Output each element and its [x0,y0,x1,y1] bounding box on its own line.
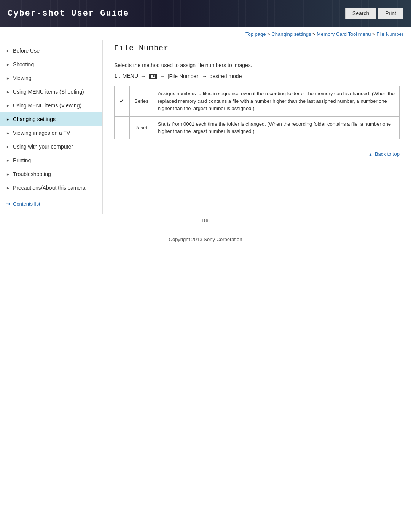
breadcrumb-memory-card-tool[interactable]: Memory Card Tool menu [317,31,371,37]
arrow-icon: ► [6,76,10,80]
breadcrumb-sep3: > [372,31,376,37]
table-row-series: ✓ Series Assigns numbers to files in seq… [115,86,400,117]
reset-description: Starts from 0001 each time the folder is… [153,116,399,139]
instruction-text: 1．MENU → ▮1 → [File Number] → desired mo… [114,73,400,80]
header-buttons: Search Print [345,8,403,19]
check-icon-cell: ✓ [115,86,130,117]
instruction-mode: desired mode [210,73,242,79]
series-description: Assigns numbers to files in sequence eve… [153,86,399,117]
sidebar-item-label: Troubleshooting [13,171,51,177]
breadcrumb-sep2: > [312,31,317,37]
sidebar-item-viewing-tv[interactable]: ► Viewing images on a TV [0,126,102,140]
main-layout: ► Before Use ► Shooting ► Viewing ► Usin… [0,40,411,214]
contents-list-link[interactable]: ➔ Contents list [0,197,102,211]
instruction-file-number: [File Number] [168,73,200,79]
arrow-icon: ► [6,62,10,67]
breadcrumb-file-number[interactable]: File Number [376,31,403,37]
sidebar-item-label: Viewing [13,75,32,81]
sidebar-item-label: Viewing images on a TV [13,130,70,136]
sidebar-item-changing-settings[interactable]: ► Changing settings [0,112,102,126]
sidebar-item-printing[interactable]: ► Printing [0,153,102,167]
sidebar-item-shooting[interactable]: ► Shooting [0,58,102,71]
empty-check-cell [115,116,130,139]
page-header: Cyber-shot User Guide Search Print [0,0,411,27]
page-number: 188 [0,214,411,226]
sidebar-item-label: Precautions/About this camera [13,185,86,191]
sidebar-item-before-use[interactable]: ► Before Use [0,44,102,58]
arrow-icon: ► [6,117,10,121]
arrow-icon: ► [6,172,10,176]
arrow-sym-2: → [160,73,166,79]
print-button[interactable]: Print [378,8,403,19]
series-label: Series [130,86,153,117]
sidebar-item-label: Before Use [13,48,40,54]
menu-icon: ▮1 [149,74,157,79]
main-content: File Number Selects the method used to a… [103,40,411,214]
reset-label: Reset [130,116,153,139]
breadcrumb-changing-settings[interactable]: Changing settings [271,31,311,37]
breadcrumb-top-page[interactable]: Top page [245,31,266,37]
arrow-icon: ► [6,145,10,149]
options-table: ✓ Series Assigns numbers to files in seq… [114,86,400,139]
app-title: Cyber-shot User Guide [8,9,129,18]
page-footer: Copyright 2013 Sony Corporation [0,230,411,248]
arrow-right-icon: ➔ [6,201,11,207]
arrow-icon: ► [6,49,10,53]
sidebar-item-menu-shooting[interactable]: ► Using MENU items (Shooting) [0,85,102,99]
sidebar: ► Before Use ► Shooting ► Viewing ► Usin… [0,40,103,214]
arrow-icon: ► [6,104,10,108]
back-to-top-label: Back to top [375,151,400,157]
page-title: File Number [114,44,400,56]
sidebar-item-label: Using with your computer [13,144,73,150]
search-button[interactable]: Search [345,8,376,19]
arrow-icon: ► [6,90,10,94]
sidebar-item-label: Using MENU items (Viewing) [13,102,81,109]
sidebar-item-precautions[interactable]: ► Precautions/About this camera [0,181,102,195]
sidebar-item-viewing[interactable]: ► Viewing [0,71,102,85]
back-to-top-link[interactable]: ▲ Back to top [368,151,400,157]
arrow-sym-3: → [202,73,207,79]
contents-list-label: Contents list [13,201,40,207]
content-description: Selects the method used to assign file n… [114,62,400,68]
arrow-icon: ► [6,158,10,163]
sidebar-item-label: Using MENU items (Shooting) [13,89,84,95]
arrow-sym-1: → [140,73,146,79]
sidebar-item-label: Printing [13,157,31,163]
sidebar-item-computer[interactable]: ► Using with your computer [0,140,102,153]
sidebar-item-label: Shooting [13,61,34,67]
sidebar-item-menu-viewing[interactable]: ► Using MENU items (Viewing) [0,99,102,112]
sidebar-item-troubleshooting[interactable]: ► Troubleshooting [0,167,102,181]
back-to-top: ▲ Back to top [114,147,400,165]
sidebar-item-label: Changing settings [13,116,56,122]
table-row-reset: Reset Starts from 0001 each time the fol… [115,116,400,139]
breadcrumb: Top page > Changing settings > Memory Ca… [0,27,411,40]
triangle-icon: ▲ [368,152,372,157]
copyright-text: Copyright 2013 Sony Corporation [169,236,242,242]
breadcrumb-sep1: > [267,31,271,37]
arrow-icon: ► [6,186,10,190]
arrow-icon: ► [6,131,10,135]
instruction-step: 1．MENU [114,73,138,80]
